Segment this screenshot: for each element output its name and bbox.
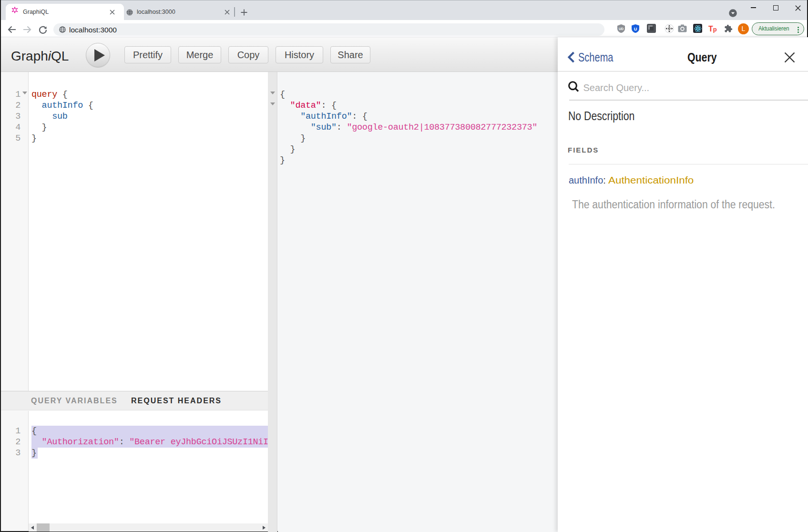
svg-text:U: U	[634, 27, 637, 31]
svg-text:UD: UD	[619, 27, 624, 31]
